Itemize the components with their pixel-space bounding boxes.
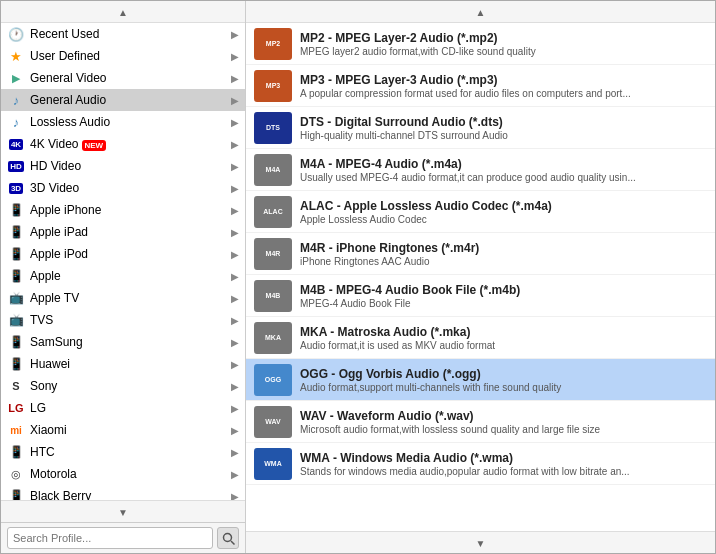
item-icon-lg: LG [7,399,25,417]
sidebar-item-lg[interactable]: LG LG ▶ [1,397,245,419]
search-icon [222,532,235,545]
format-desc: Stands for windows media audio,popular a… [300,466,700,477]
item-icon-motorola: ◎ [7,465,25,483]
arrow-icon: ▶ [231,425,239,436]
arrow-icon: ▶ [231,161,239,172]
format-item-m4a[interactable]: M4A M4A - MPEG-4 Audio (*.m4a) Usually u… [246,149,715,191]
arrow-icon: ▶ [231,29,239,40]
format-item-mka[interactable]: MKA MKA - Matroska Audio (*.mka) Audio f… [246,317,715,359]
item-icon-huawei: 📱 [7,355,25,373]
sidebar-item-apple-tv[interactable]: 📺 Apple TV ▶ [1,287,245,309]
arrow-icon: ▶ [231,249,239,260]
sidebar-item-general-audio[interactable]: ♪ General Audio ▶ [1,89,245,111]
format-desc: A popular compression format used for au… [300,88,700,99]
sidebar-item-apple-iphone[interactable]: 📱 Apple iPhone ▶ [1,199,245,221]
sidebar-item-label: Apple iPad [30,225,231,239]
arrow-icon: ▶ [231,403,239,414]
sidebar-item-label: Black Berry [30,489,231,500]
sidebar-item-label: Apple iPod [30,247,231,261]
left-items-list: 🕐 Recent Used ▶ ★ User Defined ▶ ▶ Gener… [1,23,245,500]
format-item-mp2[interactable]: MP2 MP2 - MPEG Layer-2 Audio (*.mp2) MPE… [246,23,715,65]
arrow-icon: ▶ [231,73,239,84]
format-title: WAV - Waveform Audio (*.wav) [300,409,707,423]
item-icon-hd-video: HD [7,157,25,175]
sidebar-item-label: 3D Video [30,181,231,195]
sidebar-item-sony[interactable]: S Sony ▶ [1,375,245,397]
item-icon-apple-ipod: 📱 [7,245,25,263]
sidebar-item-4k-video[interactable]: 4K 4K VideoNEW ▶ [1,133,245,155]
search-bar [1,522,245,553]
format-item-alac[interactable]: ALAC ALAC - Apple Lossless Audio Codec (… [246,191,715,233]
sidebar-item-htc[interactable]: 📱 HTC ▶ [1,441,245,463]
item-icon-4k-video: 4K [7,135,25,153]
sidebar-item-apple-ipod[interactable]: 📱 Apple iPod ▶ [1,243,245,265]
item-icon-htc: 📱 [7,443,25,461]
format-desc: High-quality multi-channel DTS surround … [300,130,700,141]
format-desc: Audio format,it is used as MKV audio for… [300,340,700,351]
left-panel: 🕐 Recent Used ▶ ★ User Defined ▶ ▶ Gener… [1,1,246,553]
item-icon-samsung: 📱 [7,333,25,351]
arrow-icon: ▶ [231,359,239,370]
sidebar-item-label: Xiaomi [30,423,231,437]
sidebar-item-xiaomi[interactable]: mi Xiaomi ▶ [1,419,245,441]
item-icon-general-video: ▶ [7,69,25,87]
arrow-icon: ▶ [231,381,239,392]
sidebar-item-label: General Audio [30,93,231,107]
sidebar-item-label: HD Video [30,159,231,173]
format-desc: Audio format,support multi-channels with… [300,382,700,393]
sidebar-item-3d-video[interactable]: 3D 3D Video ▶ [1,177,245,199]
item-icon-apple-ipad: 📱 [7,223,25,241]
sidebar-item-user-defined[interactable]: ★ User Defined ▶ [1,45,245,67]
item-icon-user-defined: ★ [7,47,25,65]
left-scroll-down[interactable] [1,500,245,522]
sidebar-item-blackberry[interactable]: 📱 Black Berry ▶ [1,485,245,500]
right-panel: MP2 MP2 - MPEG Layer-2 Audio (*.mp2) MPE… [246,1,715,553]
format-icon: M4B [254,280,292,312]
left-scroll-up[interactable] [1,1,245,23]
format-item-m4b[interactable]: M4B M4B - MPEG-4 Audio Book File (*.m4b)… [246,275,715,317]
format-title: M4B - MPEG-4 Audio Book File (*.m4b) [300,283,707,297]
format-title: M4R - iPhone Ringtones (*.m4r) [300,241,707,255]
format-item-mp3[interactable]: MP3 MP3 - MPEG Layer-3 Audio (*.mp3) A p… [246,65,715,107]
format-icon: DTS [254,112,292,144]
scroll-up-icon [118,5,128,19]
sidebar-item-motorola[interactable]: ◎ Motorola ▶ [1,463,245,485]
sidebar-item-apple-ipad[interactable]: 📱 Apple iPad ▶ [1,221,245,243]
format-item-dts[interactable]: DTS DTS - Digital Surround Audio (*.dts)… [246,107,715,149]
format-content: MKA - Matroska Audio (*.mka) Audio forma… [300,325,707,351]
sidebar-item-label: Apple TV [30,291,231,305]
format-content: WMA - Windows Media Audio (*.wma) Stands… [300,451,707,477]
format-icon: WAV [254,406,292,438]
sidebar-item-lossless-audio[interactable]: ♪ Lossless Audio ▶ [1,111,245,133]
format-content: DTS - Digital Surround Audio (*.dts) Hig… [300,115,707,141]
right-scroll-down[interactable] [246,531,715,553]
format-title: M4A - MPEG-4 Audio (*.m4a) [300,157,707,171]
item-icon-lossless-audio: ♪ [7,113,25,131]
search-button[interactable] [217,527,239,549]
format-icon: M4A [254,154,292,186]
sidebar-item-label: General Video [30,71,231,85]
search-input[interactable] [7,527,213,549]
arrow-icon: ▶ [231,205,239,216]
format-content: WAV - Waveform Audio (*.wav) Microsoft a… [300,409,707,435]
format-item-m4r[interactable]: M4R M4R - iPhone Ringtones (*.m4r) iPhon… [246,233,715,275]
sidebar-item-samsung[interactable]: 📱 SamSung ▶ [1,331,245,353]
format-item-ogg[interactable]: OGG OGG - Ogg Vorbis Audio (*.ogg) Audio… [246,359,715,401]
sidebar-item-recent-used[interactable]: 🕐 Recent Used ▶ [1,23,245,45]
format-title: MP2 - MPEG Layer-2 Audio (*.mp2) [300,31,707,45]
arrow-icon: ▶ [231,227,239,238]
sidebar-item-label: Sony [30,379,231,393]
sidebar-item-hd-video[interactable]: HD HD Video ▶ [1,155,245,177]
sidebar-item-huawei[interactable]: 📱 Huawei ▶ [1,353,245,375]
right-scroll-up[interactable] [246,1,715,23]
sidebar-item-apple[interactable]: 📱 Apple ▶ [1,265,245,287]
arrow-icon: ▶ [231,51,239,62]
sidebar-item-general-video[interactable]: ▶ General Video ▶ [1,67,245,89]
format-item-wma[interactable]: WMA WMA - Windows Media Audio (*.wma) St… [246,443,715,485]
format-title: MP3 - MPEG Layer-3 Audio (*.mp3) [300,73,707,87]
sidebar-item-tvs[interactable]: 📺 TVS ▶ [1,309,245,331]
format-title: ALAC - Apple Lossless Audio Codec (*.m4a… [300,199,707,213]
sidebar-item-label: Recent Used [30,27,231,41]
format-icon: ALAC [254,196,292,228]
format-item-wav[interactable]: WAV WAV - Waveform Audio (*.wav) Microso… [246,401,715,443]
